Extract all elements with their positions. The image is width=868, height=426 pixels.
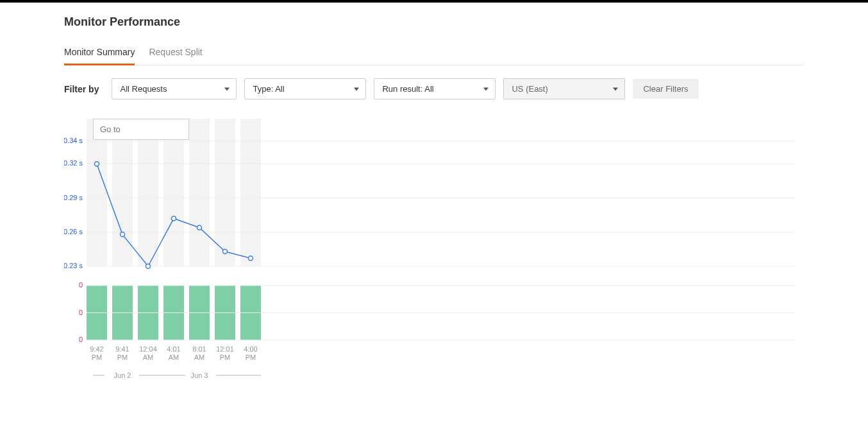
select-run-result-value: Run result: All	[382, 84, 433, 94]
svg-point-21	[197, 225, 202, 230]
svg-text:9:42: 9:42	[90, 345, 103, 353]
select-requests[interactable]: All Requests	[112, 78, 237, 99]
svg-text:Jun 3: Jun 3	[191, 371, 208, 379]
svg-text:0.32 s: 0.32 s	[64, 159, 83, 167]
svg-point-20	[172, 216, 176, 221]
svg-point-17	[95, 162, 99, 166]
filter-row: Filter by All Requests Type: All Run res…	[64, 78, 804, 99]
svg-text:PM: PM	[92, 354, 103, 361]
goto-input[interactable]	[93, 119, 189, 140]
select-region-value: US (East)	[512, 84, 547, 94]
svg-point-23	[249, 256, 253, 260]
svg-text:PM: PM	[220, 354, 231, 361]
select-requests-value: All Requests	[120, 84, 167, 94]
performance-chart: 0.34 s0.32 s0.29 s0.26 s0.23 s0009:42PM9…	[64, 119, 795, 414]
svg-text:8:01: 8:01	[192, 345, 206, 353]
select-type-value: Type: All	[253, 84, 284, 94]
svg-text:0: 0	[79, 281, 83, 289]
svg-text:AM: AM	[169, 354, 179, 361]
clear-filters-button[interactable]: Clear Filters	[633, 79, 698, 99]
svg-point-18	[121, 232, 125, 237]
svg-text:12:04: 12:04	[139, 345, 157, 353]
svg-text:9:41: 9:41	[115, 345, 129, 353]
tab-monitor-summary[interactable]: Monitor Summary	[64, 47, 135, 65]
filter-label: Filter by	[64, 84, 99, 94]
select-type[interactable]: Type: All	[244, 78, 366, 99]
svg-point-22	[223, 249, 228, 253]
svg-text:4:01: 4:01	[167, 345, 180, 353]
svg-text:0: 0	[79, 336, 83, 343]
chart-area: 0.34 s0.32 s0.29 s0.26 s0.23 s0009:42PM9…	[64, 119, 795, 414]
select-region[interactable]: US (East)	[503, 78, 625, 99]
svg-text:AM: AM	[143, 354, 154, 361]
svg-text:4:00: 4:00	[244, 345, 257, 353]
svg-text:Jun 2: Jun 2	[114, 371, 131, 379]
svg-point-19	[146, 264, 151, 269]
page-title: Monitor Performance	[64, 15, 804, 29]
svg-text:0: 0	[79, 309, 83, 316]
svg-text:AM: AM	[194, 354, 205, 361]
svg-text:0.29 s: 0.29 s	[64, 194, 83, 201]
svg-text:0.26 s: 0.26 s	[64, 228, 83, 235]
tabs: Monitor Summary Request Split	[64, 47, 804, 65]
svg-text:12:01: 12:01	[216, 345, 234, 353]
svg-text:0.23 s: 0.23 s	[64, 262, 83, 269]
svg-text:0.34 s: 0.34 s	[64, 137, 83, 144]
tab-request-split[interactable]: Request Split	[149, 47, 202, 65]
svg-text:PM: PM	[246, 354, 256, 361]
svg-text:PM: PM	[117, 354, 128, 361]
select-run-result[interactable]: Run result: All	[374, 78, 496, 99]
main-container: Monitor Performance Monitor Summary Requ…	[0, 3, 868, 426]
